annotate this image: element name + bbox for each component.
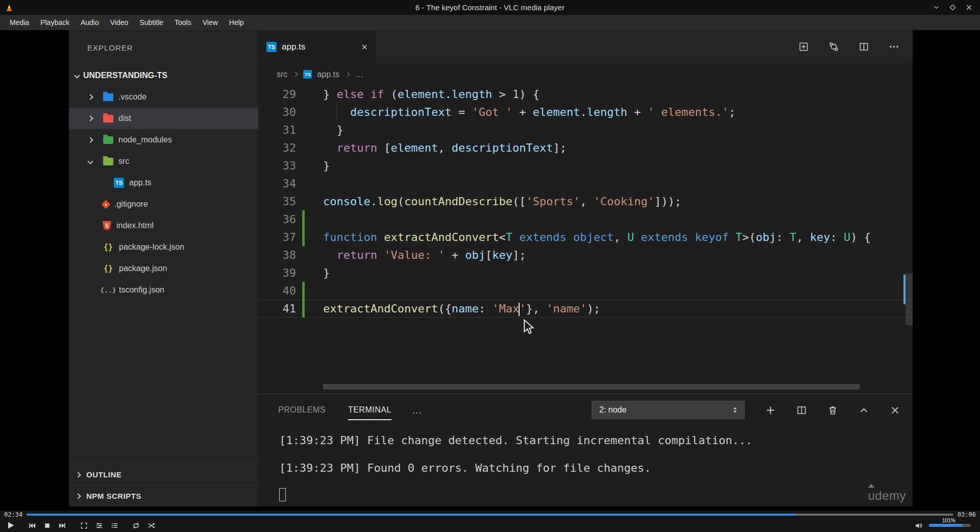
kill-terminal-icon[interactable]	[827, 405, 838, 416]
explorer-item-index-html[interactable]: 5index.html	[69, 215, 258, 236]
open-changes-icon[interactable]	[798, 41, 809, 52]
split-editor-icon[interactable]	[859, 41, 869, 52]
code-line[interactable]: 31 }	[258, 121, 913, 139]
file-label: index.html	[116, 221, 154, 230]
code-line[interactable]: 37function extractAndConvert<T extends o…	[258, 228, 913, 246]
terminal-body[interactable]: [1:39:23 PM] File change detected. Start…	[258, 426, 913, 501]
explorer-item-tsconfig-json[interactable]: {..}tsconfig.json	[69, 279, 258, 301]
play-button[interactable]	[4, 519, 17, 531]
next-button[interactable]	[56, 519, 69, 531]
file-label: package-lock.json	[119, 243, 184, 252]
new-terminal-icon[interactable]	[765, 405, 776, 416]
close-button[interactable]	[963, 2, 975, 14]
panel-tab-terminal[interactable]: TERMINAL	[348, 400, 391, 420]
explorer-item-app-ts[interactable]: TSapp.ts	[69, 172, 258, 194]
maximize-button[interactable]	[946, 2, 959, 14]
tab-label: app.ts	[282, 42, 305, 52]
fullscreen-button[interactable]	[78, 519, 90, 531]
volume-slider[interactable]: 101%	[929, 524, 971, 527]
breadcrumb-file[interactable]: app.ts	[317, 70, 339, 79]
file-label: .vscode	[118, 92, 146, 102]
panel-header: PROBLEMSTERMINAL … 2: node	[258, 394, 913, 426]
explorer-item-dist[interactable]: dist	[69, 108, 258, 129]
terminal-picker-dropdown[interactable]: 2: node	[592, 401, 745, 419]
menu-item-subtitle[interactable]: Subtitle	[134, 16, 169, 29]
menu-item-tools[interactable]: Tools	[169, 16, 197, 29]
code-editor[interactable]: 29} else if (element.length > 1) {30 des…	[258, 85, 913, 394]
sidebar-sections: OUTLINENPM SCRIPTS	[69, 464, 258, 506]
extended-settings-button[interactable]	[93, 519, 106, 531]
menu-item-media[interactable]: Media	[4, 16, 35, 29]
gutter	[296, 175, 323, 192]
horizontal-scrollbar[interactable]	[323, 384, 860, 390]
explorer-item-package-json[interactable]: {}package.json	[69, 258, 258, 279]
loop-button[interactable]	[130, 519, 142, 531]
code-line[interactable]: 38 return 'Value: ' + obj[key];	[258, 246, 913, 264]
menu-item-video[interactable]: Video	[105, 16, 134, 29]
menu-item-playback[interactable]: Playback	[35, 16, 75, 29]
split-terminal-icon[interactable]	[796, 405, 807, 416]
code-line[interactable]: 30 descriptionText = 'Got ' + element.le…	[258, 103, 913, 121]
file-label: dist	[118, 114, 131, 123]
html-file-icon: 5	[103, 221, 111, 230]
root-folder-label: UNDERSTANDING-TS	[83, 71, 167, 80]
code-line[interactable]: 34	[258, 175, 913, 192]
json-file-icon: {}	[103, 264, 114, 273]
breadcrumb[interactable]: src TS app.ts …	[258, 63, 913, 85]
ts-file-icon: TS	[114, 178, 124, 188]
code-line[interactable]: 36	[258, 210, 913, 228]
code-line[interactable]: 35console.log(countAndDescribe(['Sports'…	[258, 192, 913, 210]
code-text: function extractAndConvert<T extends obj…	[323, 228, 871, 246]
chevron-right-icon	[88, 95, 103, 99]
breadcrumb-src[interactable]: src	[277, 70, 287, 79]
line-number: 35	[258, 192, 296, 210]
explorer-item--gitignore[interactable]: .gitignore	[69, 194, 258, 215]
seek-slider[interactable]	[27, 514, 953, 516]
maximize-panel-icon[interactable]	[859, 405, 869, 416]
code-text: }	[323, 157, 330, 175]
vertical-scrollbar[interactable]	[905, 274, 913, 325]
video-area[interactable]: EXPLORER UNDERSTANDING-TS .vscodedistnod…	[0, 30, 980, 511]
menu-item-view[interactable]: View	[197, 16, 224, 29]
previous-button[interactable]	[26, 519, 38, 531]
gutter	[296, 246, 323, 264]
explorer-item-package-lock-json[interactable]: {}package-lock.json	[69, 236, 258, 258]
code-line[interactable]: 33}	[258, 157, 913, 175]
file-label: package.json	[119, 264, 167, 273]
code-text: console.log(countAndDescribe(['Sports', …	[323, 192, 681, 210]
tab-app-ts[interactable]: TS app.ts ×	[258, 30, 376, 63]
minimize-button[interactable]	[930, 2, 942, 14]
typescript-file-icon: TS	[303, 70, 312, 79]
code-line[interactable]: 39}	[258, 264, 913, 282]
menu-item-audio[interactable]: Audio	[75, 16, 105, 29]
section-npm-scripts[interactable]: NPM SCRIPTS	[69, 485, 258, 506]
explorer-item-node-modules[interactable]: node_modules	[69, 129, 258, 151]
menu-item-help[interactable]: Help	[224, 16, 250, 29]
section-outline[interactable]: OUTLINE	[69, 464, 258, 485]
stop-button[interactable]	[41, 519, 54, 531]
close-panel-icon[interactable]	[890, 405, 900, 416]
panel-overflow-icon[interactable]: …	[412, 404, 423, 416]
explorer-item--vscode[interactable]: .vscode	[69, 86, 258, 108]
random-button[interactable]	[145, 519, 158, 531]
explorer-root-folder[interactable]: UNDERSTANDING-TS	[69, 65, 258, 86]
explorer-item-src[interactable]: src	[69, 151, 258, 172]
code-lines: 29} else if (element.length > 1) {30 des…	[258, 85, 913, 318]
window-titlebar: 6 - The keyof Constraint - VLC media pla…	[0, 0, 980, 15]
mute-button[interactable]	[912, 519, 925, 531]
file-label: .gitignore	[114, 200, 148, 209]
breadcrumb-symbol[interactable]: …	[355, 70, 363, 79]
code-line[interactable]: 40	[258, 282, 913, 300]
code-line[interactable]: 32 return [element, descriptionText];	[258, 139, 913, 157]
code-line[interactable]: 29} else if (element.length > 1) {	[258, 85, 913, 103]
json2-file-icon: {..}	[103, 286, 114, 294]
more-actions-icon[interactable]	[889, 41, 899, 52]
close-tab-icon[interactable]: ×	[361, 42, 368, 52]
file-label: src	[118, 157, 129, 166]
panel-actions	[765, 405, 900, 416]
panel-tab-problems[interactable]: PROBLEMS	[278, 400, 326, 420]
show-playlist-button[interactable]	[108, 519, 121, 531]
code-line[interactable]: 41extractAndConvert({name: 'Max'}, 'name…	[258, 300, 913, 318]
line-number: 34	[258, 175, 296, 192]
git-compare-icon[interactable]	[828, 41, 839, 52]
